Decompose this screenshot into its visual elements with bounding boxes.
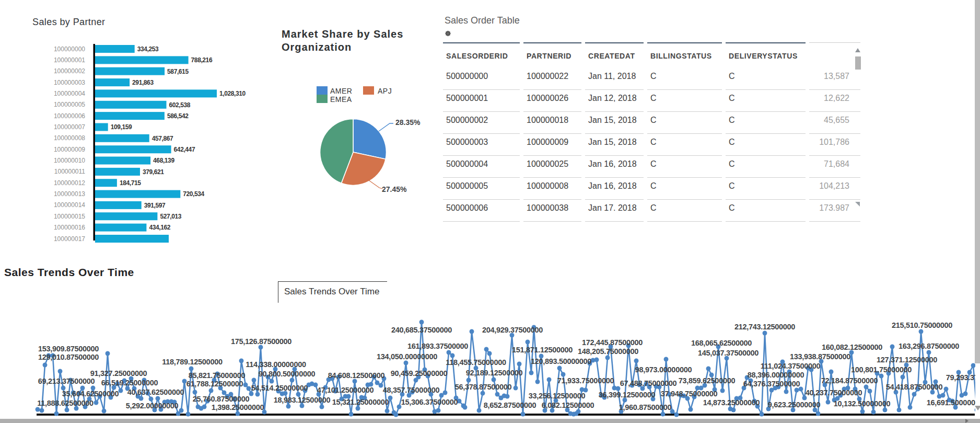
svg-text:457,867: 457,867 bbox=[152, 135, 173, 142]
svg-text:100000010: 100000010 bbox=[54, 157, 85, 164]
svg-text:100000002: 100000002 bbox=[54, 67, 85, 75]
svg-text:84,608.12500000: 84,608.12500000 bbox=[328, 371, 385, 380]
svg-text:72,184.87500000: 72,184.87500000 bbox=[821, 376, 878, 385]
svg-text:161,893.37500000: 161,893.37500000 bbox=[407, 342, 468, 350]
svg-text:100000011: 100000011 bbox=[54, 168, 86, 175]
svg-text:100000001: 100000001 bbox=[54, 56, 85, 64]
svg-text:85,821.75000000: 85,821.75000000 bbox=[189, 371, 246, 380]
svg-text:98,973.00000000: 98,973.00000000 bbox=[635, 365, 692, 374]
svg-text:67,488.75000000: 67,488.75000000 bbox=[620, 379, 677, 387]
svg-text:168,065.62500000: 168,065.62500000 bbox=[691, 339, 752, 347]
svg-text:204,929.37500000: 204,929.37500000 bbox=[482, 326, 543, 334]
svg-text:379,621: 379,621 bbox=[143, 168, 164, 176]
svg-text:1,028,310: 1,028,310 bbox=[219, 90, 246, 97]
svg-text:66,519.25000000: 66,519.25000000 bbox=[101, 379, 158, 387]
svg-text:5,292.00000000: 5,292.00000000 bbox=[126, 402, 179, 410]
svg-text:1,398.25000000: 1,398.25000000 bbox=[212, 403, 264, 411]
svg-text:720,534: 720,534 bbox=[183, 190, 204, 198]
svg-text:54,514.25000000: 54,514.25000000 bbox=[251, 384, 308, 392]
svg-text:1,960.87500000: 1,960.87500000 bbox=[619, 403, 672, 411]
svg-text:100000008: 100000008 bbox=[54, 134, 85, 142]
svg-text:35,604.62500000: 35,604.62500000 bbox=[62, 390, 119, 398]
svg-text:240,685.37500000: 240,685.37500000 bbox=[391, 326, 452, 334]
svg-text:527,013: 527,013 bbox=[160, 213, 181, 220]
svg-text:148,205.75000000: 148,205.75000000 bbox=[578, 347, 638, 356]
svg-text:111,024.37500000: 111,024.37500000 bbox=[761, 362, 821, 370]
svg-text:90,800.50000000: 90,800.50000000 bbox=[259, 370, 316, 378]
svg-text:151,871.12500000: 151,871.12500000 bbox=[512, 346, 573, 354]
svg-text:291,863: 291,863 bbox=[132, 79, 154, 86]
svg-text:14,873.25000000: 14,873.25000000 bbox=[703, 398, 760, 407]
svg-text:175,126.87500000: 175,126.87500000 bbox=[231, 337, 291, 346]
svg-text:153,909.87500000: 153,909.87500000 bbox=[38, 345, 99, 353]
svg-text:90,459.25000000: 90,459.25000000 bbox=[391, 369, 448, 378]
svg-text:100,801.75000000: 100,801.75000000 bbox=[851, 365, 912, 374]
svg-text:37,948.75000000: 37,948.75000000 bbox=[661, 390, 718, 398]
svg-text:28.35%: 28.35% bbox=[395, 118, 421, 127]
svg-text:40,637.62500000: 40,637.62500000 bbox=[127, 388, 184, 396]
svg-text:134,050.00000000: 134,050.00000000 bbox=[377, 352, 437, 361]
svg-text:334,253: 334,253 bbox=[137, 45, 159, 53]
svg-text:212,743.12500000: 212,743.12500000 bbox=[734, 323, 795, 331]
svg-text:215,510.75000000: 215,510.75000000 bbox=[892, 321, 952, 329]
svg-text:88,396.00000000: 88,396.00000000 bbox=[748, 371, 804, 379]
svg-text:118,455.75000000: 118,455.75000000 bbox=[446, 358, 506, 367]
svg-text:6,082.12500000: 6,082.12500000 bbox=[542, 401, 594, 409]
svg-text:100000006: 100000006 bbox=[54, 112, 85, 120]
svg-text:133,938.87500000: 133,938.87500000 bbox=[790, 352, 850, 361]
svg-text:788,216: 788,216 bbox=[191, 56, 213, 64]
svg-text:47,101.25000000: 47,101.25000000 bbox=[317, 386, 374, 394]
svg-text:434,162: 434,162 bbox=[149, 224, 170, 231]
svg-text:18,983.12500000: 18,983.12500000 bbox=[274, 396, 331, 404]
svg-text:54,418.87500000: 54,418.87500000 bbox=[886, 383, 943, 391]
svg-text:10,132.50000000: 10,132.50000000 bbox=[834, 399, 891, 408]
svg-text:184,715: 184,715 bbox=[120, 179, 141, 187]
svg-text:9,623.25000000: 9,623.25000000 bbox=[768, 401, 821, 409]
svg-text:48,357.75000000: 48,357.75000000 bbox=[383, 386, 440, 394]
svg-text:15,321.25000000: 15,321.25000000 bbox=[332, 398, 389, 406]
svg-text:100000017: 100000017 bbox=[54, 235, 85, 243]
svg-text:61,788.12500000: 61,788.12500000 bbox=[186, 380, 243, 388]
svg-text:391,597: 391,597 bbox=[144, 202, 166, 209]
svg-text:100000000: 100000000 bbox=[54, 45, 85, 53]
svg-text:27.45%: 27.45% bbox=[382, 185, 407, 193]
svg-text:145,037.37500000: 145,037.37500000 bbox=[698, 349, 759, 357]
svg-text:100000016: 100000016 bbox=[54, 224, 85, 231]
svg-text:100000014: 100000014 bbox=[54, 201, 85, 209]
svg-text:100000004: 100000004 bbox=[54, 90, 85, 97]
svg-text:92,189.12500000: 92,189.12500000 bbox=[466, 369, 523, 377]
svg-text:100000003: 100000003 bbox=[54, 79, 85, 86]
svg-text:587,615: 587,615 bbox=[167, 68, 189, 75]
svg-text:129,010.87500000: 129,010.87500000 bbox=[38, 353, 99, 361]
svg-text:91,327.25000000: 91,327.25000000 bbox=[90, 369, 147, 378]
svg-text:100000007: 100000007 bbox=[54, 123, 85, 131]
svg-text:120,893.50000000: 120,893.50000000 bbox=[531, 357, 591, 365]
svg-text:69,213.37500000: 69,213.37500000 bbox=[38, 377, 95, 385]
svg-text:114,338.00000000: 114,338.00000000 bbox=[246, 360, 306, 369]
svg-text:100000012: 100000012 bbox=[54, 179, 85, 187]
svg-text:127,371.12500000: 127,371.12500000 bbox=[877, 356, 937, 364]
svg-text:8,652.87500000: 8,652.87500000 bbox=[484, 401, 536, 409]
svg-text:33,256.12500000: 33,256.12500000 bbox=[529, 392, 586, 400]
svg-text:56,378.87500000: 56,378.87500000 bbox=[455, 383, 512, 391]
svg-text:468,139: 468,139 bbox=[153, 157, 174, 164]
svg-text:160,082.12500000: 160,082.12500000 bbox=[822, 343, 882, 351]
svg-text:16,691.50000000: 16,691.50000000 bbox=[927, 398, 975, 407]
svg-text:118,789.12500000: 118,789.12500000 bbox=[162, 358, 223, 366]
svg-text:642,447: 642,447 bbox=[174, 146, 195, 153]
svg-text:79,293.37500000: 79,293.37500000 bbox=[946, 373, 975, 382]
svg-text:100000009: 100000009 bbox=[54, 146, 85, 153]
svg-text:40,237.75000000: 40,237.75000000 bbox=[806, 388, 862, 397]
svg-text:100000015: 100000015 bbox=[54, 213, 85, 220]
svg-text:109,159: 109,159 bbox=[111, 123, 132, 131]
svg-text:602,538: 602,538 bbox=[169, 101, 191, 109]
svg-text:71,933.75000000: 71,933.75000000 bbox=[557, 376, 614, 385]
svg-text:163,296.87500000: 163,296.87500000 bbox=[899, 342, 959, 350]
svg-text:15,306.37500000: 15,306.37500000 bbox=[401, 398, 458, 406]
svg-text:64,376.37500000: 64,376.37500000 bbox=[743, 380, 800, 388]
svg-text:73,859.62500000: 73,859.62500000 bbox=[679, 376, 736, 385]
svg-text:100000005: 100000005 bbox=[54, 101, 85, 108]
svg-text:11,888.62500000: 11,888.62500000 bbox=[37, 399, 94, 407]
svg-text:36,399.12500000: 36,399.12500000 bbox=[599, 391, 656, 399]
svg-text:100000013: 100000013 bbox=[54, 190, 85, 198]
